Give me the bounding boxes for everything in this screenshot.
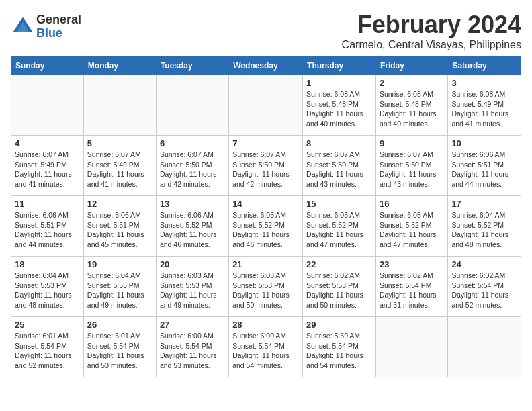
day-info: Sunrise: 6:00 AMSunset: 5:54 PMDaylight:… xyxy=(232,331,299,371)
weekday-header-saturday: Saturday xyxy=(448,57,521,75)
calendar-cell: 26Sunrise: 6:01 AMSunset: 5:54 PMDayligh… xyxy=(83,317,156,377)
day-number: 5 xyxy=(87,138,152,148)
day-info: Sunrise: 6:07 AMSunset: 5:50 PMDaylight:… xyxy=(160,150,225,189)
day-number: 24 xyxy=(451,259,517,269)
day-number: 17 xyxy=(451,199,517,209)
day-number: 29 xyxy=(306,320,372,330)
month-year-title: February 2024 xyxy=(342,11,521,39)
day-info: Sunrise: 6:04 AMSunset: 5:52 PMDaylight:… xyxy=(451,210,517,250)
day-info: Sunrise: 5:59 AMSunset: 5:54 PMDaylight:… xyxy=(306,331,372,371)
day-info: Sunrise: 6:03 AMSunset: 5:53 PMDaylight:… xyxy=(160,271,225,310)
day-number: 25 xyxy=(15,320,80,330)
calendar-cell: 23Sunrise: 6:02 AMSunset: 5:54 PMDayligh… xyxy=(375,257,447,317)
day-number: 28 xyxy=(232,320,299,330)
day-number: 15 xyxy=(306,199,372,209)
calendar-cell xyxy=(83,75,156,136)
day-info: Sunrise: 6:08 AMSunset: 5:48 PMDaylight:… xyxy=(380,89,444,129)
weekday-header-friday: Friday xyxy=(375,57,447,75)
calendar-week-row: 1Sunrise: 6:08 AMSunset: 5:48 PMDaylight… xyxy=(11,75,521,136)
weekday-header-sunday: Sunday xyxy=(11,57,84,75)
calendar-cell: 18Sunrise: 6:04 AMSunset: 5:53 PMDayligh… xyxy=(11,257,84,317)
calendar-cell: 3Sunrise: 6:08 AMSunset: 5:49 PMDaylight… xyxy=(448,75,521,136)
day-info: Sunrise: 6:07 AMSunset: 5:49 PMDaylight:… xyxy=(15,150,80,189)
day-info: Sunrise: 6:06 AMSunset: 5:51 PMDaylight:… xyxy=(87,210,152,250)
day-info: Sunrise: 6:08 AMSunset: 5:49 PMDaylight:… xyxy=(451,89,517,129)
day-number: 23 xyxy=(380,259,444,269)
day-info: Sunrise: 6:06 AMSunset: 5:51 PMDaylight:… xyxy=(15,210,80,250)
calendar-cell: 12Sunrise: 6:06 AMSunset: 5:51 PMDayligh… xyxy=(83,196,156,257)
title-block: February 2024 Carmelo, Central Visayas, … xyxy=(342,11,521,51)
calendar-week-row: 4Sunrise: 6:07 AMSunset: 5:49 PMDaylight… xyxy=(11,136,521,196)
day-info: Sunrise: 6:01 AMSunset: 5:54 PMDaylight:… xyxy=(15,331,80,371)
logo-general-text: General xyxy=(36,13,81,27)
calendar-cell: 14Sunrise: 6:05 AMSunset: 5:52 PMDayligh… xyxy=(229,196,303,257)
calendar-cell: 20Sunrise: 6:03 AMSunset: 5:53 PMDayligh… xyxy=(156,257,228,317)
day-info: Sunrise: 6:01 AMSunset: 5:54 PMDaylight:… xyxy=(87,331,152,371)
calendar-week-row: 25Sunrise: 6:01 AMSunset: 5:54 PMDayligh… xyxy=(11,317,521,377)
calendar-cell: 24Sunrise: 6:02 AMSunset: 5:54 PMDayligh… xyxy=(448,257,521,317)
calendar-cell xyxy=(375,317,447,377)
day-number: 26 xyxy=(87,320,152,330)
day-number: 12 xyxy=(87,199,152,209)
day-number: 3 xyxy=(451,78,517,88)
calendar-cell: 9Sunrise: 6:07 AMSunset: 5:50 PMDaylight… xyxy=(375,136,447,196)
calendar-cell: 27Sunrise: 6:00 AMSunset: 5:54 PMDayligh… xyxy=(156,317,228,377)
calendar-cell: 28Sunrise: 6:00 AMSunset: 5:54 PMDayligh… xyxy=(229,317,303,377)
calendar-cell: 10Sunrise: 6:06 AMSunset: 5:51 PMDayligh… xyxy=(448,136,521,196)
day-number: 22 xyxy=(306,259,372,269)
calendar-cell xyxy=(156,75,228,136)
day-info: Sunrise: 6:07 AMSunset: 5:50 PMDaylight:… xyxy=(306,150,372,189)
day-info: Sunrise: 6:06 AMSunset: 5:51 PMDaylight:… xyxy=(451,150,517,189)
calendar-cell xyxy=(448,317,521,377)
day-number: 11 xyxy=(15,199,80,209)
logo: General Blue xyxy=(11,13,81,40)
calendar-cell: 22Sunrise: 6:02 AMSunset: 5:53 PMDayligh… xyxy=(303,257,376,317)
calendar-cell: 6Sunrise: 6:07 AMSunset: 5:50 PMDaylight… xyxy=(156,136,228,196)
day-info: Sunrise: 6:02 AMSunset: 5:54 PMDaylight:… xyxy=(380,271,444,310)
day-info: Sunrise: 6:07 AMSunset: 5:50 PMDaylight:… xyxy=(380,150,444,189)
calendar-week-row: 18Sunrise: 6:04 AMSunset: 5:53 PMDayligh… xyxy=(11,257,521,317)
day-info: Sunrise: 6:03 AMSunset: 5:53 PMDaylight:… xyxy=(232,271,299,310)
day-number: 19 xyxy=(87,259,152,269)
calendar-body: 1Sunrise: 6:08 AMSunset: 5:48 PMDaylight… xyxy=(11,75,521,377)
day-info: Sunrise: 6:00 AMSunset: 5:54 PMDaylight:… xyxy=(160,331,225,371)
logo-icon xyxy=(11,15,35,39)
weekday-header-thursday: Thursday xyxy=(303,57,376,75)
day-number: 6 xyxy=(160,138,225,148)
day-number: 21 xyxy=(232,259,299,269)
day-number: 8 xyxy=(306,138,372,148)
calendar-cell: 16Sunrise: 6:05 AMSunset: 5:52 PMDayligh… xyxy=(375,196,447,257)
calendar-cell: 4Sunrise: 6:07 AMSunset: 5:49 PMDaylight… xyxy=(11,136,84,196)
day-info: Sunrise: 6:07 AMSunset: 5:49 PMDaylight:… xyxy=(87,150,152,189)
page-header: General Blue February 2024 Carmelo, Cent… xyxy=(11,11,521,51)
day-info: Sunrise: 6:04 AMSunset: 5:53 PMDaylight:… xyxy=(87,271,152,310)
day-info: Sunrise: 6:08 AMSunset: 5:48 PMDaylight:… xyxy=(306,89,372,129)
day-number: 10 xyxy=(451,138,517,148)
calendar-cell: 21Sunrise: 6:03 AMSunset: 5:53 PMDayligh… xyxy=(229,257,303,317)
day-number: 1 xyxy=(306,78,372,88)
calendar-cell: 11Sunrise: 6:06 AMSunset: 5:51 PMDayligh… xyxy=(11,196,84,257)
day-number: 20 xyxy=(160,259,225,269)
weekday-header-monday: Monday xyxy=(83,57,156,75)
calendar-cell: 2Sunrise: 6:08 AMSunset: 5:48 PMDaylight… xyxy=(375,75,447,136)
day-info: Sunrise: 6:05 AMSunset: 5:52 PMDaylight:… xyxy=(306,210,372,250)
day-info: Sunrise: 6:04 AMSunset: 5:53 PMDaylight:… xyxy=(15,271,80,310)
day-info: Sunrise: 6:07 AMSunset: 5:50 PMDaylight:… xyxy=(232,150,299,189)
calendar-cell: 7Sunrise: 6:07 AMSunset: 5:50 PMDaylight… xyxy=(229,136,303,196)
calendar-cell: 1Sunrise: 6:08 AMSunset: 5:48 PMDaylight… xyxy=(303,75,376,136)
day-number: 13 xyxy=(160,199,225,209)
calendar-cell: 19Sunrise: 6:04 AMSunset: 5:53 PMDayligh… xyxy=(83,257,156,317)
day-number: 18 xyxy=(15,259,80,269)
calendar-cell xyxy=(11,75,84,136)
logo-blue-text: Blue xyxy=(36,27,81,40)
weekday-header-row: SundayMondayTuesdayWednesdayThursdayFrid… xyxy=(11,57,521,75)
calendar-cell: 8Sunrise: 6:07 AMSunset: 5:50 PMDaylight… xyxy=(303,136,376,196)
day-info: Sunrise: 6:05 AMSunset: 5:52 PMDaylight:… xyxy=(380,210,444,250)
calendar-table: SundayMondayTuesdayWednesdayThursdayFrid… xyxy=(11,56,521,377)
day-info: Sunrise: 6:05 AMSunset: 5:52 PMDaylight:… xyxy=(232,210,299,250)
day-number: 14 xyxy=(232,199,299,209)
day-info: Sunrise: 6:02 AMSunset: 5:54 PMDaylight:… xyxy=(451,271,517,310)
day-number: 2 xyxy=(380,78,444,88)
calendar-cell: 5Sunrise: 6:07 AMSunset: 5:49 PMDaylight… xyxy=(83,136,156,196)
calendar-cell: 17Sunrise: 6:04 AMSunset: 5:52 PMDayligh… xyxy=(448,196,521,257)
